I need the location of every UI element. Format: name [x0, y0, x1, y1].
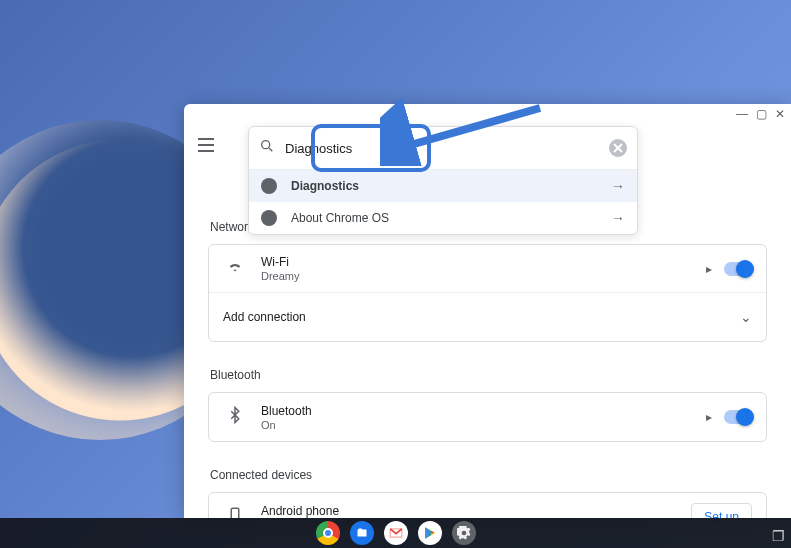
- wifi-body: Wi-Fi Dreamy: [261, 255, 706, 282]
- search-input[interactable]: [275, 141, 609, 156]
- settings-window: — ▢ ✕ Diagnostics →: [184, 104, 791, 518]
- arrow-right-icon: →: [611, 178, 625, 194]
- chevron-down-icon: ⌄: [740, 309, 752, 325]
- android-phone-title: Android phone: [261, 504, 691, 518]
- bluetooth-toggle[interactable]: [724, 410, 752, 424]
- suggestion-label: Diagnostics: [291, 179, 611, 193]
- chrome-icon[interactable]: [316, 521, 340, 545]
- set-up-button[interactable]: Set up: [691, 503, 752, 518]
- bluetooth-card: Bluetooth On ▸: [208, 392, 767, 442]
- suggestion-about-chrome-os[interactable]: About Chrome OS →: [249, 202, 637, 234]
- wifi-subtitle: Dreamy: [261, 270, 706, 282]
- hamburger-menu-button[interactable]: [194, 133, 218, 157]
- search-dropdown: Diagnostics → About Chrome OS →: [248, 126, 638, 235]
- bluetooth-title: Bluetooth: [261, 404, 706, 418]
- search-row: [249, 127, 637, 169]
- bluetooth-body: Bluetooth On: [261, 404, 706, 431]
- play-store-icon[interactable]: [418, 521, 442, 545]
- bluetooth-subtitle: On: [261, 419, 706, 431]
- svg-point-0: [262, 141, 270, 149]
- network-card: Wi-Fi Dreamy ▸ Add connection ⌄: [208, 244, 767, 342]
- suggestion-label: About Chrome OS: [291, 211, 611, 225]
- chrome-os-icon: [261, 210, 277, 226]
- settings-icon[interactable]: [452, 521, 476, 545]
- bluetooth-icon: [223, 406, 247, 428]
- gmail-icon[interactable]: [384, 521, 408, 545]
- shelf: ❐: [0, 518, 791, 548]
- wifi-title: Wi-Fi: [261, 255, 706, 269]
- wifi-toggle[interactable]: [724, 262, 752, 276]
- app-toolbar: Diagnostics → About Chrome OS →: [184, 122, 791, 168]
- system-tray-icon[interactable]: ❐: [772, 528, 785, 544]
- connected-devices-card: Android phone Connect your Chromebook wi…: [208, 492, 767, 518]
- search-icon: [259, 138, 275, 158]
- svg-line-1: [269, 148, 272, 151]
- window-maximize-button[interactable]: ▢: [756, 109, 767, 119]
- files-icon[interactable]: [350, 521, 374, 545]
- window-close-button[interactable]: ✕: [775, 109, 785, 119]
- svg-rect-4: [231, 508, 239, 518]
- bluetooth-row[interactable]: Bluetooth On ▸: [209, 393, 766, 441]
- wifi-icon: [223, 258, 247, 280]
- android-phone-row: Android phone Connect your Chromebook wi…: [209, 493, 766, 518]
- section-heading-connected-devices: Connected devices: [210, 468, 767, 482]
- caret-right-icon[interactable]: ▸: [706, 410, 712, 424]
- suggestion-diagnostics[interactable]: Diagnostics →: [249, 170, 637, 202]
- caret-right-icon[interactable]: ▸: [706, 262, 712, 276]
- add-connection-label: Add connection: [223, 310, 740, 324]
- section-heading-bluetooth: Bluetooth: [210, 368, 767, 382]
- window-minimize-button[interactable]: —: [736, 109, 748, 119]
- wifi-row[interactable]: Wi-Fi Dreamy ▸: [209, 245, 766, 293]
- arrow-right-icon: →: [611, 210, 625, 226]
- android-phone-body: Android phone Connect your Chromebook wi…: [261, 504, 691, 519]
- add-connection-row[interactable]: Add connection ⌄: [209, 293, 766, 341]
- chrome-os-icon: [261, 178, 277, 194]
- titlebar: — ▢ ✕: [184, 104, 791, 122]
- phone-icon: [223, 506, 247, 518]
- clear-search-button[interactable]: [609, 139, 627, 157]
- search-suggestions: Diagnostics → About Chrome OS →: [249, 169, 637, 234]
